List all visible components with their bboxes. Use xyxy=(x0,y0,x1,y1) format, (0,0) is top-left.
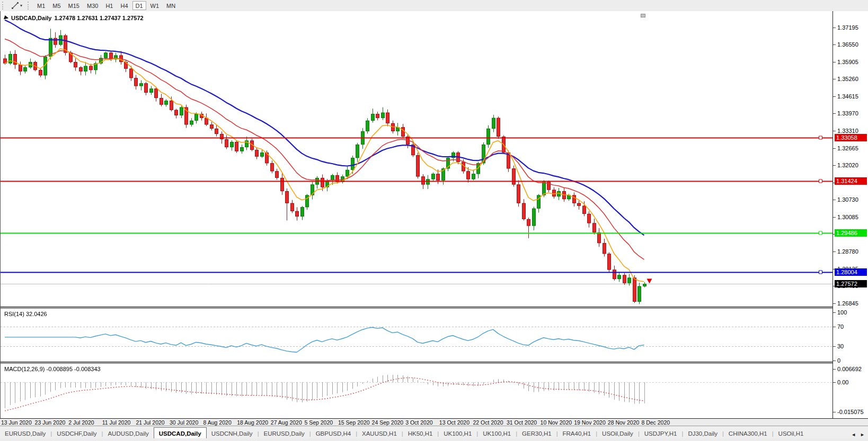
macd-panel-canvas[interactable] xyxy=(1,364,832,418)
date-label: 28 Nov 2020 xyxy=(608,419,640,426)
date-label: 8 Dec 2020 xyxy=(641,419,670,426)
axis-tick-label: 1.35260 xyxy=(833,75,868,83)
mt4-window: ▾ M1M5M15M30H1H4D1W1MN USDCAD,Daily 1.27… xyxy=(0,0,868,441)
axis-tick-label: -0.015075 xyxy=(833,408,868,416)
date-label: 22 Oct 2020 xyxy=(473,419,503,426)
axis-tick-label: 0.00 xyxy=(833,379,868,386)
axis-tick-label: 1.32020 xyxy=(833,161,868,169)
axis-tick-label: 30 xyxy=(833,343,868,350)
timeframe-button-MN[interactable]: MN xyxy=(163,1,179,10)
price-chart-canvas[interactable] xyxy=(1,12,832,307)
rsi-panel-canvas[interactable] xyxy=(1,309,832,362)
date-label: 31 Oct 2020 xyxy=(507,419,537,426)
current-price-label: 1.27572 xyxy=(835,280,867,287)
hline-price-label: 1.28004 xyxy=(835,268,867,276)
chart-tabs-bar: EURUSD,Daily|USDCHF,Daily|AUDUSD,DailyUS… xyxy=(0,426,868,439)
chart-title: USDCAD,Daily 1.27478 1.27631 1.27437 1.2… xyxy=(4,15,144,21)
time-axis[interactable]: 13 Jun 202023 Jun 20202 Jul 202011 Jul 2… xyxy=(0,418,868,426)
timeframe-button-group: M1M5M15M30H1H4D1W1MN xyxy=(33,1,179,10)
date-label: 18 Aug 2020 xyxy=(237,419,268,426)
axis-tick-label: 0 xyxy=(833,357,868,364)
chart-shift-marker-icon[interactable] xyxy=(641,14,645,17)
date-label: 10 Nov 2020 xyxy=(541,419,572,426)
trendline-tool-button[interactable]: ▾ xyxy=(8,1,25,11)
date-label: 21 Jul 2020 xyxy=(136,419,164,426)
window-bottom-strip xyxy=(0,438,868,441)
date-label: 13 Jun 2020 xyxy=(1,419,32,426)
timeframe-button-H1[interactable]: H1 xyxy=(102,1,116,10)
chart-tab-usdjpy-h1[interactable]: USDJPY,H1 xyxy=(640,429,682,439)
date-label: 15 Sep 2020 xyxy=(338,419,370,426)
mouse-cursor-icon xyxy=(4,15,9,21)
axis-tick-label: 1.36550 xyxy=(833,41,868,48)
date-label: 30 Jul 2020 xyxy=(170,419,198,426)
axis-tick-label: 1.26845 xyxy=(833,300,868,307)
hline-price-label: 1.33058 xyxy=(835,134,867,141)
date-label: 24 Sep 2020 xyxy=(372,419,404,426)
hline-price-label: 1.29486 xyxy=(835,229,867,237)
chart-tab-eurusd-daily[interactable]: EURUSD,Daily xyxy=(259,429,309,439)
date-label: 2 Jul 2020 xyxy=(68,419,94,426)
timeframe-button-M1[interactable]: M1 xyxy=(34,1,48,10)
date-label: 19 Nov 2020 xyxy=(574,419,606,426)
timeframe-button-M30[interactable]: M30 xyxy=(84,1,101,10)
chart-tab-uk100-h1[interactable]: UK100,H1 xyxy=(478,429,516,439)
rsi-indicator-label: RSI(14) 32.0426 xyxy=(4,311,47,317)
chart-tab-usdcnh-daily[interactable]: USDCNH,Daily xyxy=(207,429,258,439)
date-label: 11 Jul 2020 xyxy=(102,419,131,426)
chart-tab-usdcad-daily[interactable]: USDCAD,Daily xyxy=(154,427,207,439)
axis-tick-label: 70 xyxy=(833,323,868,330)
chart-tab-xauusd-h1[interactable]: XAUUSD,H1 xyxy=(357,429,402,439)
axis-tick-label: 100 xyxy=(833,309,868,316)
axis-tick-label: 0.006692 xyxy=(833,365,868,373)
timeframe-button-M5[interactable]: M5 xyxy=(49,1,64,10)
toolbar-grip[interactable] xyxy=(2,2,6,10)
tabs-scroll-left-button[interactable]: ◄ xyxy=(851,432,856,437)
chart-tab-usoil-h1[interactable]: USOil,H1 xyxy=(774,429,809,439)
date-label: 13 Oct 2020 xyxy=(439,419,470,426)
date-label: 27 Aug 2020 xyxy=(271,419,302,426)
chart-tab-china300-h1[interactable]: CHINA300,H1 xyxy=(724,429,772,439)
axis-tick-label: 1.30085 xyxy=(833,213,868,221)
macd-indicator-label: MACD(12,26,9) -0.008895 -0.008343 xyxy=(4,366,101,372)
chart-tab-audusd-daily[interactable]: AUDUSD,Daily xyxy=(103,429,153,439)
timeframe-button-H4[interactable]: H4 xyxy=(117,1,131,10)
chart-tab-dj30-daily[interactable]: DJ30,Daily xyxy=(683,429,722,439)
price-axis[interactable]: 1.371951.365501.359051.352601.346151.339… xyxy=(832,11,868,418)
chart-tab-usdchf-daily[interactable]: USDCHF,Daily xyxy=(52,429,101,439)
timeframe-button-M15[interactable]: M15 xyxy=(65,1,83,10)
axis-tick-label: 1.34615 xyxy=(833,93,868,100)
chart-symbol-title: USDCAD,Daily xyxy=(11,15,51,21)
toolbar-grip[interactable] xyxy=(28,2,31,10)
chart-tab-gbpusd-h4[interactable]: GBPUSD,H4 xyxy=(311,429,356,439)
date-label: 8 Aug 2020 xyxy=(203,419,232,426)
chart-tab-ger30-h1[interactable]: GER30,H1 xyxy=(517,429,556,439)
chart-tab-hk50-h1[interactable]: HK50,H1 xyxy=(403,429,438,439)
chart-tab-usoil-daily[interactable]: USOil,Daily xyxy=(597,429,638,439)
axis-tick-label: 1.37195 xyxy=(833,24,868,31)
hline-price-label: 1.31424 xyxy=(835,177,867,185)
axis-tick-label: 1.32665 xyxy=(833,145,868,152)
date-label: 5 Sep 2020 xyxy=(304,419,333,426)
chart-tab-eurusd-daily[interactable]: EURUSD,Daily xyxy=(0,429,50,439)
chart-ohlc-values: 1.27478 1.27631 1.27437 1.27572 xyxy=(54,15,143,21)
chart-window: USDCAD,Daily 1.27478 1.27631 1.27437 1.2… xyxy=(0,11,868,418)
date-label: 3 Oct 2020 xyxy=(405,419,432,426)
chart-tab-fra40-h1[interactable]: FRA40,H1 xyxy=(558,429,596,439)
axis-tick-label: 1.35905 xyxy=(833,58,868,66)
timeframe-button-W1[interactable]: W1 xyxy=(147,1,163,10)
trendline-tool-icon xyxy=(11,2,19,10)
axis-tick-label: 1.28780 xyxy=(833,248,868,255)
chevron-down-icon: ▾ xyxy=(20,4,22,8)
axis-tick-label: 1.33970 xyxy=(833,110,868,117)
tabs-scroll-right-button[interactable]: ► xyxy=(860,432,865,437)
date-label: 23 Jun 2020 xyxy=(35,419,66,426)
chart-tab-uk100-h1[interactable]: UK100,H1 xyxy=(439,429,476,439)
timeframe-button-D1[interactable]: D1 xyxy=(132,1,146,10)
axis-tick-label: 1.30730 xyxy=(833,196,868,203)
top-toolbar: ▾ M1M5M15M30H1H4D1W1MN xyxy=(0,0,868,12)
